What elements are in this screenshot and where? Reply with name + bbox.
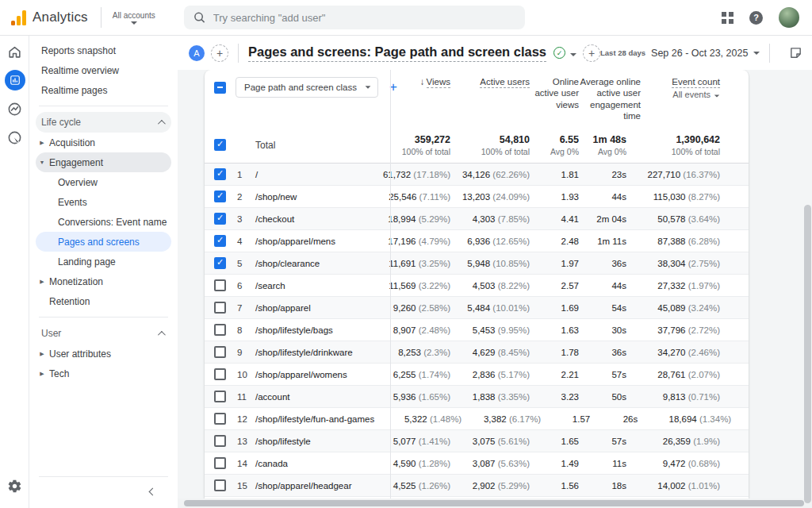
row-avg-time: 36s bbox=[579, 259, 626, 268]
row-page-path: /shop/lifestyle/bags bbox=[255, 325, 363, 335]
column-header-active-users[interactable]: Active users bbox=[458, 76, 530, 87]
sidebar-item-events[interactable]: Events bbox=[36, 192, 171, 212]
property-badge[interactable]: A bbox=[189, 45, 205, 61]
row-checkbox[interactable] bbox=[214, 479, 226, 491]
horizontal-scrollbar[interactable] bbox=[178, 498, 812, 508]
table-row: 6 /search 11,569 (3.22%) 4,503 (8.22%) 2… bbox=[205, 275, 749, 297]
row-views: 4,525 (1.26%) bbox=[363, 481, 450, 491]
row-event-count: 38,304 (2.75%) bbox=[626, 259, 720, 268]
row-checkbox[interactable] bbox=[214, 457, 226, 469]
row-checkbox[interactable] bbox=[214, 413, 226, 425]
sidebar-item-engagement[interactable]: ▼Engagement bbox=[36, 152, 171, 172]
sidebar-item-overview[interactable]: Overview bbox=[36, 172, 171, 192]
sidebar-item-tech[interactable]: ▶Tech bbox=[36, 364, 171, 383]
row-online-views: 4.41 bbox=[530, 214, 579, 224]
sidebar-section-life-cycle[interactable]: Life cycle bbox=[36, 112, 171, 133]
row-checkbox[interactable] bbox=[214, 391, 226, 402]
search-input[interactable] bbox=[213, 12, 515, 24]
row-avg-time: 23s bbox=[579, 170, 626, 179]
row-checkbox[interactable] bbox=[214, 235, 226, 247]
apps-grid-button[interactable] bbox=[722, 12, 733, 24]
row-rank: 15 bbox=[232, 481, 255, 491]
table-row: 10 /shop/apparel/womens 6,255 (1.74%) 2,… bbox=[205, 364, 749, 386]
sidebar-item-monetization[interactable]: ▶Monetization bbox=[36, 271, 171, 291]
row-event-count: 9,472 (0.68%) bbox=[626, 459, 720, 468]
sidebar-item-realtime-overview[interactable]: Realtime overview bbox=[36, 60, 171, 80]
row-avg-time: 50s bbox=[579, 392, 626, 402]
row-checkbox[interactable] bbox=[214, 168, 226, 180]
vertical-scrollbar[interactable] bbox=[804, 205, 811, 503]
divider bbox=[39, 317, 168, 318]
row-views: 25,546 (7.11%) bbox=[363, 192, 450, 202]
sidebar-item-reports-snapshot[interactable]: Reports snapshot bbox=[36, 40, 171, 60]
table-row: 9 /shop/lifestyle/drinkware 8,253 (2.3%)… bbox=[205, 341, 749, 364]
note-icon bbox=[789, 46, 802, 60]
row-checkbox[interactable] bbox=[214, 435, 226, 447]
expand-right-icon: ▶ bbox=[38, 140, 46, 146]
row-checkbox[interactable] bbox=[214, 324, 226, 336]
row-page-path: /shop/apparel bbox=[255, 303, 363, 313]
row-online-views: 1.78 bbox=[530, 348, 579, 357]
account-selector[interactable]: All accounts bbox=[113, 11, 155, 25]
horizontal-scrollbar-thumb[interactable] bbox=[184, 500, 804, 506]
row-rank: 14 bbox=[232, 459, 255, 468]
row-rank: 13 bbox=[232, 437, 255, 446]
sidebar-item-user-attributes[interactable]: ▶User attributes bbox=[36, 344, 171, 364]
sidebar-item-pages-and-screens[interactable]: Pages and screens bbox=[36, 232, 171, 252]
table-row: 2 /shop/new 25,546 (7.11%) 13,203 (24.09… bbox=[205, 186, 749, 208]
row-rank: 7 bbox=[232, 303, 255, 313]
table-header: Page path and screen class + ↓Views Acti… bbox=[205, 70, 749, 127]
row-checkbox[interactable] bbox=[214, 190, 226, 202]
admin-settings-button[interactable] bbox=[0, 473, 29, 498]
row-avg-time: 57s bbox=[579, 370, 626, 379]
total-checkbox[interactable] bbox=[214, 139, 226, 151]
icon-rail bbox=[0, 36, 29, 508]
row-event-count: 14,002 (1.01%) bbox=[626, 481, 720, 491]
search-icon bbox=[193, 11, 205, 24]
notes-button[interactable] bbox=[789, 46, 802, 60]
rail-advertising-button[interactable] bbox=[0, 125, 29, 150]
sidebar-section-user[interactable]: User bbox=[36, 323, 171, 344]
report-canvas: Page path and screen class + ↓Views Acti… bbox=[178, 70, 812, 508]
collapse-sidebar-button[interactable] bbox=[150, 485, 155, 497]
rail-reports-button[interactable] bbox=[0, 67, 29, 93]
dimension-selector[interactable]: Page path and screen class bbox=[236, 77, 378, 98]
row-checkbox[interactable] bbox=[214, 302, 226, 314]
row-checkbox[interactable] bbox=[214, 257, 226, 269]
sidebar-item-acquisition[interactable]: ▶Acquisition bbox=[36, 133, 171, 152]
add-property-button[interactable]: + bbox=[211, 44, 228, 62]
row-rank: 4 bbox=[232, 237, 255, 246]
sidebar-item-conversions[interactable]: Conversions: Event name bbox=[36, 212, 171, 232]
row-checkbox[interactable] bbox=[214, 213, 226, 225]
column-header-views[interactable]: ↓Views bbox=[379, 76, 450, 87]
report-title[interactable]: Pages and screens: Page path and screen … bbox=[248, 44, 546, 62]
expand-right-icon: ▶ bbox=[38, 279, 46, 285]
select-all-checkbox[interactable] bbox=[214, 82, 226, 94]
sidebar-item-realtime-pages[interactable]: Realtime pages bbox=[36, 80, 171, 100]
analytics-logo-icon[interactable] bbox=[11, 10, 26, 25]
row-checkbox[interactable] bbox=[214, 279, 226, 291]
row-active-users: 3,075 (5.61%) bbox=[450, 437, 530, 446]
column-header-event-count[interactable]: Event count All events bbox=[647, 76, 720, 101]
divider bbox=[101, 7, 102, 28]
title-dropdown-button[interactable] bbox=[570, 47, 576, 59]
rail-explore-button[interactable] bbox=[0, 96, 29, 121]
rail-home-button[interactable] bbox=[0, 39, 29, 64]
table-row: 7 /shop/apparel 9,260 (2.58%) 5,484 (10.… bbox=[205, 297, 749, 319]
event-filter-selector[interactable]: All events bbox=[647, 90, 720, 101]
search-bar[interactable] bbox=[184, 6, 525, 29]
date-range-selector[interactable]: Last 28 days Sep 26 - Oct 23, 2025 bbox=[600, 48, 760, 59]
table-row: 13 /shop/lifestyle 5,077 (1.41%) 3,075 (… bbox=[205, 430, 749, 452]
user-avatar[interactable] bbox=[779, 7, 799, 28]
add-comparison-button[interactable]: + bbox=[583, 44, 600, 62]
row-rank: 10 bbox=[232, 370, 255, 379]
column-header-avg-engagement-time[interactable]: Average online active user engagement ti… bbox=[573, 76, 641, 122]
row-active-users: 2,902 (5.29%) bbox=[450, 481, 530, 491]
total-label: Total bbox=[255, 140, 363, 151]
row-checkbox[interactable] bbox=[214, 368, 226, 380]
sidebar-item-landing-page[interactable]: Landing page bbox=[36, 252, 171, 271]
sidebar-item-retention[interactable]: Retention bbox=[36, 291, 171, 311]
row-checkbox[interactable] bbox=[214, 346, 226, 358]
help-button[interactable]: ? bbox=[749, 11, 763, 25]
row-avg-time: 44s bbox=[579, 192, 626, 202]
